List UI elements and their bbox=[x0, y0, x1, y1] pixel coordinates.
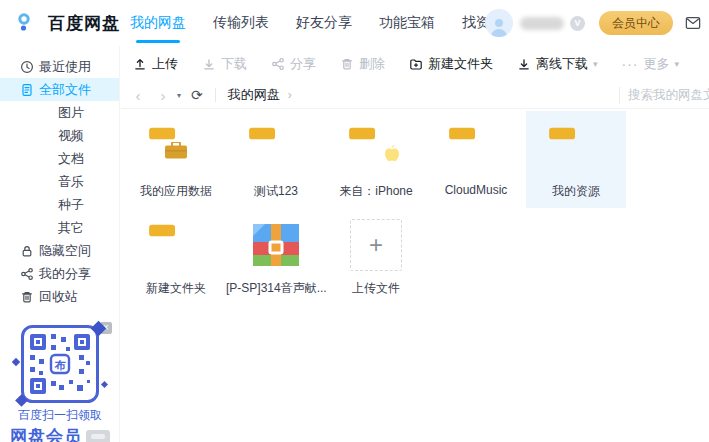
file-name: 我的资源 bbox=[526, 183, 626, 200]
sidebar-item-images[interactable]: 图片 bbox=[0, 101, 119, 124]
archive-icon bbox=[253, 224, 299, 266]
file-list-icon bbox=[20, 83, 34, 97]
main-area: 上传 下载 分享 删除 新建文件夹 离线下载 ▾ ··· 更多 ▾ ‹ bbox=[121, 46, 709, 442]
app-logo[interactable]: 百度网盘 bbox=[16, 10, 120, 36]
vip-badge[interactable]: V bbox=[570, 16, 585, 31]
plus-icon: + bbox=[369, 231, 383, 259]
sidebar-item-others[interactable]: 其它 bbox=[0, 216, 119, 239]
file-tile-from-iphone[interactable]: 来自：iPhone bbox=[326, 111, 426, 208]
chevron-down-icon: ▾ bbox=[593, 59, 598, 69]
file-name: 新建文件夹 bbox=[126, 280, 226, 297]
tab-friend-shares[interactable]: 好友分享 bbox=[296, 0, 352, 46]
share-icon bbox=[271, 57, 285, 71]
sidebar-item-documents[interactable]: 文档 bbox=[0, 147, 119, 170]
avatar[interactable] bbox=[485, 9, 513, 37]
folder-icon bbox=[247, 124, 305, 172]
folder-icon bbox=[547, 124, 605, 172]
file-name: 上传文件 bbox=[326, 280, 426, 297]
forward-icon[interactable]: › bbox=[156, 87, 170, 104]
divider bbox=[215, 88, 216, 102]
top-header: 百度网盘 我的网盘 传输列表 好友分享 功能宝箱 找资源 V 会员中心 bbox=[0, 0, 709, 46]
file-tile[interactable]: CloudMusic bbox=[426, 111, 526, 208]
sidebar-item-all-files[interactable]: 全部文件 bbox=[0, 78, 119, 101]
offline-download-button[interactable]: 离线下载 ▾ bbox=[517, 55, 598, 73]
file-name: 测试123 bbox=[226, 183, 326, 200]
sidebar-item-recent[interactable]: 最近使用 bbox=[0, 55, 119, 78]
qr-promo-line1: 百度扫一扫领取 bbox=[2, 407, 118, 424]
chevron-right-icon: › bbox=[288, 88, 292, 102]
folder-icon bbox=[447, 124, 505, 172]
message-icon[interactable] bbox=[685, 16, 701, 30]
refresh-icon[interactable]: ⟳ bbox=[191, 87, 203, 103]
chevron-down-icon: ▾ bbox=[675, 59, 680, 69]
primary-nav: 我的网盘 传输列表 好友分享 功能宝箱 找资源 bbox=[130, 0, 531, 46]
sidebar-item-hidden-space[interactable]: 隐藏空间 bbox=[0, 239, 119, 262]
diamond-decoration bbox=[101, 381, 108, 388]
download-icon bbox=[202, 57, 216, 71]
breadcrumb-bar: ‹ › ▾ ⟳ 我的网盘 › 搜索我的网盘文件 bbox=[121, 82, 709, 109]
more-icon: ··· bbox=[622, 56, 639, 72]
new-folder-button[interactable]: 新建文件夹 bbox=[409, 55, 493, 73]
file-tile[interactable]: 测试123 bbox=[226, 111, 326, 208]
more-button[interactable]: ··· 更多 ▾ bbox=[622, 55, 680, 73]
new-folder-icon bbox=[409, 57, 423, 71]
briefcase-icon bbox=[164, 142, 188, 160]
file-tile[interactable]: 新建文件夹 bbox=[126, 208, 226, 305]
file-tile-highlighted[interactable]: 我的资源 bbox=[526, 111, 626, 208]
file-tile-archive[interactable]: [P-SP]314音声献... bbox=[226, 208, 326, 305]
sidebar-item-music[interactable]: 音乐 bbox=[0, 170, 119, 193]
file-name: 来自：iPhone bbox=[326, 183, 426, 200]
download-button[interactable]: 下载 bbox=[202, 55, 247, 73]
share-button[interactable]: 分享 bbox=[271, 55, 316, 73]
toolbar: 上传 下载 分享 删除 新建文件夹 离线下载 ▾ ··· 更多 ▾ bbox=[121, 46, 709, 82]
baidu-netdisk-logo-icon bbox=[16, 10, 42, 36]
app-title: 百度网盘 bbox=[48, 12, 120, 35]
qr-code-image bbox=[21, 325, 99, 403]
share-icon bbox=[20, 267, 34, 281]
offline-download-icon bbox=[517, 57, 531, 71]
tab-transfer-list[interactable]: 传输列表 bbox=[213, 0, 269, 46]
folder-icon bbox=[147, 221, 205, 269]
tab-toolbox[interactable]: 功能宝箱 bbox=[379, 0, 435, 46]
search-input[interactable]: 搜索我的网盘文件 bbox=[619, 87, 709, 104]
history-chevron-icon[interactable]: ▾ bbox=[177, 91, 181, 100]
file-grid: 我的应用数据 测试123 来自：iPhone CloudMusic 我的资源 新… bbox=[121, 111, 709, 305]
qr-promo-line2: 网盘会员 bbox=[10, 425, 82, 442]
sidebar: 最近使用 全部文件 图片 视频 文档 音乐 种子 其它 隐藏空间 我的分享 回收… bbox=[0, 46, 120, 442]
sidebar-item-torrents[interactable]: 种子 bbox=[0, 193, 119, 216]
tab-my-drive[interactable]: 我的网盘 bbox=[130, 0, 186, 46]
person-icon bbox=[488, 15, 510, 37]
vip-center-button[interactable]: 会员中心 bbox=[599, 11, 673, 35]
sidebar-item-recycle-bin[interactable]: 回收站 bbox=[0, 285, 119, 308]
upload-button[interactable]: 上传 bbox=[133, 55, 178, 73]
back-icon[interactable]: ‹ bbox=[131, 87, 145, 104]
file-name: [P-SP]314音声献... bbox=[226, 280, 326, 297]
file-name: 我的应用数据 bbox=[126, 183, 226, 200]
trash-icon bbox=[340, 57, 354, 71]
upload-dropzone[interactable]: + bbox=[350, 219, 402, 271]
file-name: CloudMusic bbox=[426, 183, 526, 197]
apple-icon bbox=[384, 144, 400, 162]
username-blurred[interactable] bbox=[520, 17, 564, 30]
user-zone: V 会员中心 bbox=[485, 0, 709, 46]
delete-button[interactable]: 删除 bbox=[340, 55, 385, 73]
upload-file-tile[interactable]: + 上传文件 bbox=[326, 208, 426, 305]
vip-card-icon bbox=[86, 430, 110, 442]
breadcrumb[interactable]: 我的网盘 bbox=[228, 86, 280, 104]
qr-promo-panel: × 百度扫一扫领取 网盘会员 bbox=[2, 322, 118, 442]
file-tile-app-data[interactable]: 我的应用数据 bbox=[126, 111, 226, 208]
qr-code bbox=[21, 325, 99, 403]
diamond-decoration bbox=[12, 358, 20, 366]
clock-icon bbox=[20, 60, 34, 74]
sidebar-item-videos[interactable]: 视频 bbox=[0, 124, 119, 147]
lock-icon bbox=[20, 244, 34, 258]
sidebar-item-my-shares[interactable]: 我的分享 bbox=[0, 262, 119, 285]
trash-icon bbox=[20, 290, 34, 304]
upload-icon bbox=[133, 57, 147, 71]
